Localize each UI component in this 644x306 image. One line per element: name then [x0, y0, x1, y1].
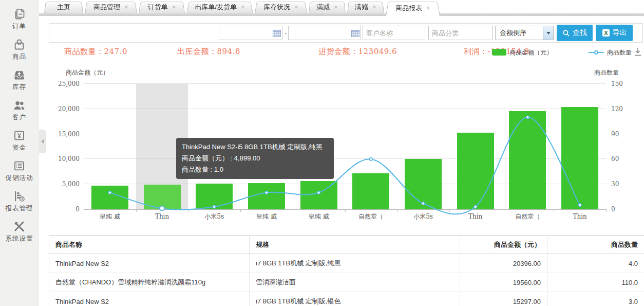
- close-tab-icon[interactable]: ×: [334, 4, 338, 10]
- y-axis-tick-label: 30: [611, 180, 632, 188]
- search-button-label: 查找: [573, 28, 587, 38]
- column-header: 商品名称: [49, 236, 250, 254]
- tab-inventory-status[interactable]: 库存状况×: [255, 1, 307, 13]
- quantity-line-series: [84, 84, 606, 209]
- close-tab-icon[interactable]: ×: [172, 4, 176, 10]
- sidebar-item-label: 订单: [0, 22, 39, 31]
- tab-full-gift[interactable]: 满赠×: [347, 1, 384, 13]
- tab-product-mgmt[interactable]: 商品管理×: [85, 1, 137, 13]
- cell: 自然堂（CHANDO）雪域精粹纯粹滋润洗颜霜110g: [49, 273, 250, 292]
- product-category-input[interactable]: [428, 26, 493, 40]
- quantity-data-point[interactable]: [474, 205, 477, 208]
- y-axis-tick-label: 5,000: [51, 180, 80, 188]
- x-axis-category-label: 小米5s: [188, 212, 240, 221]
- tab-label: 主页: [57, 3, 70, 12]
- legend-circle-icon: [594, 50, 598, 55]
- tab-full-reduction[interactable]: 满减×: [309, 1, 346, 13]
- x-axis-tick: [502, 209, 502, 212]
- close-tab-icon[interactable]: ×: [426, 5, 430, 11]
- tab-label: 满赠: [355, 3, 368, 12]
- y-axis-tick-label: 25,000: [51, 80, 80, 88]
- stat-label: 利润：: [464, 47, 488, 56]
- tab-label: 库存状况: [263, 3, 290, 12]
- search-icon: [562, 29, 570, 37]
- close-tab-icon[interactable]: ×: [124, 4, 128, 10]
- calendar-icon[interactable]: [350, 27, 361, 39]
- end-date-input[interactable]: [289, 27, 350, 39]
- cell: 3.0: [547, 292, 644, 306]
- y-axis-tick-label: 60: [611, 155, 632, 163]
- date-range-separator: -: [285, 26, 287, 40]
- x-axis-category-label: Thin: [136, 212, 188, 221]
- tab-label: 满减: [316, 3, 330, 12]
- y-axis-tick-label: 120: [611, 105, 632, 113]
- quantity-data-point[interactable]: [526, 116, 529, 119]
- sidebar-item-orders[interactable]: 订单: [0, 4, 39, 34]
- x-axis-tick: [606, 209, 607, 212]
- y-axis-tick-label: 150: [611, 80, 632, 88]
- cell: 20396.00: [460, 254, 547, 273]
- export-button-label: 导出: [613, 28, 627, 38]
- sort-order-select[interactable]: 金额倒序: [495, 26, 554, 40]
- tab-order-form[interactable]: 订货单×: [139, 1, 185, 13]
- table-header-row: 商品名称规格商品金额（元）商品数量: [49, 236, 644, 254]
- y-axis-tick-label: 90: [611, 130, 632, 138]
- quantity-data-point[interactable]: [213, 205, 216, 208]
- stat-value: 247.0: [104, 47, 127, 56]
- tabs-container: 主页商品管理×订货单×出库单/发货单×库存状况×满减×满赠×商品报表×: [44, 0, 440, 16]
- quantity-data-point[interactable]: [422, 202, 425, 205]
- quantity-data-point[interactable]: [317, 191, 320, 194]
- cell: i7 8GB 1TB机械 定制版,纯黑: [250, 254, 460, 273]
- start-date-field[interactable]: [219, 26, 282, 40]
- stat-label: 进货金额：: [318, 47, 358, 56]
- x-axis-tick: [345, 209, 346, 212]
- y-axis-tick-label: 0: [51, 205, 80, 213]
- tab-home[interactable]: 主页: [44, 1, 83, 13]
- legend-amount-label[interactable]: 商品金额（元）: [509, 48, 553, 57]
- quantity-data-point[interactable]: [108, 191, 111, 194]
- x-axis-tick: [554, 209, 554, 212]
- quantity-data-point[interactable]: [160, 206, 164, 211]
- stat-value: 123049.6: [358, 47, 397, 56]
- x-axis-category-label: 小米5s: [397, 212, 449, 221]
- quantity-data-point[interactable]: [370, 158, 373, 161]
- search-button[interactable]: 查找: [557, 25, 593, 41]
- start-date-input[interactable]: [219, 27, 272, 39]
- close-tab-icon[interactable]: ×: [294, 4, 298, 10]
- tab-label: 商品报表: [395, 4, 422, 13]
- x-axis-category-label: 皇纯 威: [293, 212, 345, 221]
- tooltip-title: ThinkPad New S2-i5 8GB 1TB机械 定制版,纯黑: [182, 141, 328, 153]
- x-axis-category-label: 皇纯 威: [84, 212, 136, 221]
- tab-outbound-shipping[interactable]: 出库单/发货单×: [186, 1, 253, 13]
- x-axis-category-label: 自然堂（: [502, 212, 554, 221]
- close-tab-icon[interactable]: ×: [241, 4, 245, 10]
- close-tab-icon[interactable]: ×: [372, 4, 376, 10]
- x-axis-tick: [397, 209, 397, 212]
- svg-text:X: X: [604, 30, 608, 36]
- chart-tooltip: ThinkPad New S2-i5 8GB 1TB机械 定制版,纯黑 商品金额…: [176, 138, 334, 179]
- export-button[interactable]: X 导出: [596, 25, 633, 41]
- save-chart-icon[interactable]: [633, 47, 642, 57]
- legend-amount-swatch[interactable]: [492, 49, 506, 56]
- legend-quantity-marker[interactable]: [589, 50, 604, 55]
- tooltip-amount: 商品金额（元） : 4,899.00: [182, 153, 328, 164]
- report-table-area: 商品名称规格商品金额（元）商品数量 ThinkPad New S2i7 8GB …: [49, 235, 644, 306]
- chevron-down-icon[interactable]: [543, 26, 553, 40]
- product-report-chart: 商品金额（元） 商品数量 25,00020,00015,00010,0005,0…: [0, 66, 644, 231]
- stat-0: 商品数量：247.0: [64, 47, 127, 57]
- cell: i7 8GB 1TB机械 定制版,银色: [250, 292, 460, 306]
- x-axis-category-label: Thin: [449, 212, 502, 221]
- customer-name-input[interactable]: [363, 26, 425, 40]
- quantity-data-point[interactable]: [578, 204, 581, 207]
- legend-quantity-label[interactable]: 商品数量: [607, 48, 632, 57]
- column-header: 商品金额（元）: [460, 236, 547, 254]
- end-date-field[interactable]: [288, 26, 361, 40]
- x-axis-tick: [293, 209, 293, 212]
- sidebar-item-label: 系统设置: [0, 235, 39, 243]
- quantity-data-point[interactable]: [265, 191, 268, 194]
- excel-icon: X: [602, 29, 610, 37]
- tab-product-report[interactable]: 商品报表×: [386, 0, 440, 16]
- left-axis-title: 商品金额（元）: [66, 68, 109, 77]
- x-axis-category-label: 自然堂（: [345, 212, 397, 221]
- calendar-icon[interactable]: [272, 27, 282, 39]
